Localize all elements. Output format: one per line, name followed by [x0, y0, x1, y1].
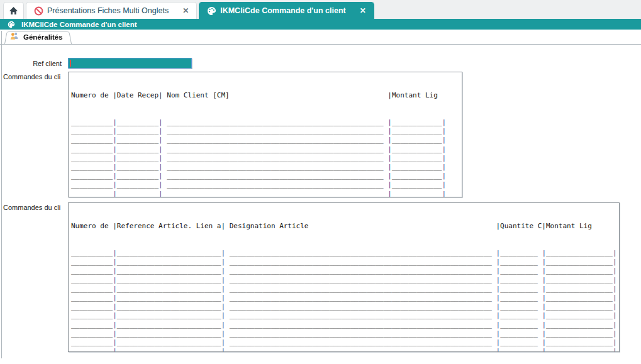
- grid-header: Numero de |Date Recep| Nom Client [CM] |…: [71, 91, 462, 100]
- grid-row[interactable]: __________|_________________________| __…: [71, 321, 619, 329]
- text-caret: [70, 60, 71, 67]
- grid-body: __________|__________| _________________…: [71, 118, 462, 197]
- grid-row[interactable]: __________|_________________________| __…: [71, 329, 619, 338]
- section-tab-label: Généralités: [23, 33, 63, 41]
- blocked-icon: [34, 6, 43, 16]
- close-icon[interactable]: ✕: [182, 6, 189, 15]
- grid-row[interactable]: __________|__________| _________________…: [71, 190, 462, 197]
- home-icon: [9, 6, 18, 15]
- window-title: IKMCliCde Commande d'un client: [21, 21, 137, 28]
- grid-row[interactable]: __________|_________________________| __…: [71, 267, 619, 275]
- palette-icon: [8, 21, 15, 28]
- grid-row[interactable]: __________|_________________________| __…: [71, 311, 619, 320]
- tab-label: Présentations Fiches Multi Onglets: [47, 6, 169, 15]
- commandes-lignes-grid[interactable]: Numero de |Reference Article. Lien a| De…: [68, 202, 620, 352]
- palette-icon: [207, 6, 216, 16]
- people-icon: [9, 31, 20, 43]
- grid-header: Numero de |Reference Article. Lien a| De…: [71, 222, 619, 231]
- tab-ikmclicde-commande[interactable]: IKMCliCde Commande d'un client ✕: [199, 2, 374, 19]
- ref-client-input[interactable]: [68, 58, 192, 69]
- commandes-client-label: Commandes du cli: [3, 73, 67, 80]
- grid-row[interactable]: __________|__________| _________________…: [71, 172, 462, 180]
- grid-row[interactable]: __________|__________| _________________…: [71, 118, 462, 127]
- grid-row[interactable]: __________|__________| _________________…: [71, 154, 462, 163]
- grid-row[interactable]: __________|__________| _________________…: [71, 145, 462, 154]
- grid-row[interactable]: __________|_________________________| __…: [71, 302, 619, 311]
- grid-row[interactable]: __________|_________________________| __…: [71, 258, 619, 267]
- grid-row[interactable]: __________|__________| _________________…: [71, 127, 462, 136]
- grid-row[interactable]: __________|_________________________| __…: [71, 285, 619, 294]
- ref-client-label: Ref client: [0, 60, 62, 67]
- home-tab[interactable]: [3, 2, 24, 19]
- browser-tab-bar: Présentations Fiches Multi Onglets ✕ IKM…: [0, 0, 641, 19]
- grid-body: __________|_________________________| __…: [71, 249, 619, 352]
- close-icon[interactable]: ✕: [360, 6, 366, 15]
- grid-row[interactable]: __________|_________________________| __…: [71, 294, 619, 302]
- grid-row[interactable]: __________|_________________________| __…: [71, 347, 619, 352]
- grid-row[interactable]: __________|_________________________| __…: [71, 276, 619, 285]
- commandes-lignes-label: Commandes du cli: [3, 204, 67, 211]
- grid-row[interactable]: __________|__________| _________________…: [71, 180, 462, 189]
- window-title-banner: IKMCliCde Commande d'un client: [0, 19, 641, 30]
- commandes-client-grid[interactable]: Numero de |Date Recep| Nom Client [CM] |…: [68, 72, 462, 197]
- grid-row[interactable]: __________|_________________________| __…: [71, 338, 619, 347]
- grid-row[interactable]: __________|__________| _________________…: [71, 136, 462, 145]
- tab-label: IKMCliCde Commande d'un client: [220, 6, 346, 15]
- tab-presentations-fiches[interactable]: Présentations Fiches Multi Onglets ✕: [26, 2, 197, 19]
- grid-row[interactable]: __________|_________________________| __…: [71, 249, 619, 258]
- tab-generalites[interactable]: Généralités: [4, 30, 72, 44]
- left-frame-line: [1, 31, 2, 358]
- tab-strip-divider: [0, 44, 641, 45]
- form-content: Généralités Ref client Commandes du cli …: [0, 30, 641, 364]
- grid-row[interactable]: __________|__________| _________________…: [71, 163, 462, 172]
